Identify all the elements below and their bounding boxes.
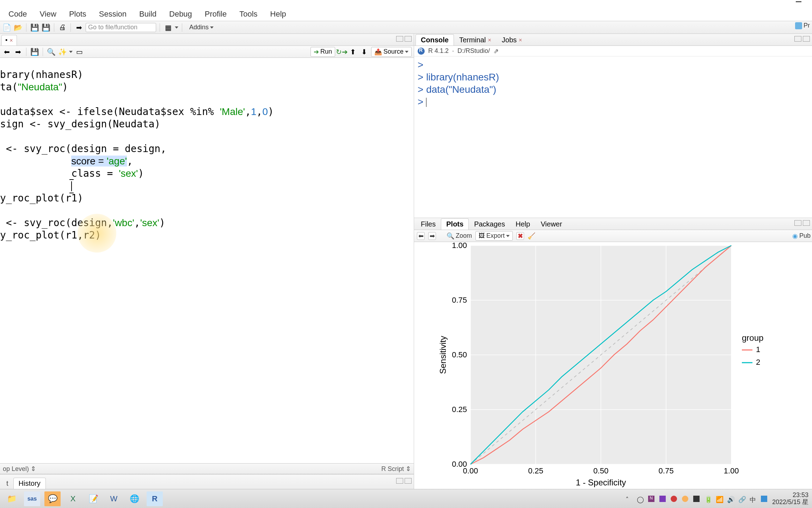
taskbar-rstudio-icon[interactable]: R: [147, 491, 163, 506]
menu-debug[interactable]: Debug: [163, 10, 198, 19]
goto-arrow-icon[interactable]: ➡: [74, 23, 84, 32]
tray-app4-icon[interactable]: [693, 496, 700, 502]
menu-plots[interactable]: Plots: [63, 10, 93, 19]
tray-notification-icon[interactable]: [761, 496, 767, 502]
save-icon[interactable]: 💾: [30, 47, 39, 56]
tray-up-icon[interactable]: ˄: [626, 496, 632, 502]
menu-session[interactable]: Session: [93, 10, 133, 19]
plot-prev-icon[interactable]: ⬅: [417, 232, 425, 240]
taskbar-wechat-icon[interactable]: 💬: [44, 491, 61, 506]
console-output[interactable]: > > library(nhanesR) > data("Neudata") >: [414, 56, 812, 218]
tray-wifi-icon[interactable]: 📶: [716, 496, 722, 502]
tab-files[interactable]: Files: [416, 218, 441, 230]
report-icon[interactable]: ▭: [75, 47, 84, 56]
open-file-icon[interactable]: 📂: [13, 23, 23, 32]
tab-jobs[interactable]: Jobs×: [497, 34, 528, 46]
chevron-down-icon[interactable]: [175, 26, 178, 29]
menu-code[interactable]: Code: [2, 10, 33, 19]
date: 2022/5/15 星: [772, 499, 808, 506]
close-icon[interactable]: ×: [10, 37, 13, 44]
publish-button[interactable]: ◉ Pub: [792, 232, 811, 240]
print-icon[interactable]: 🖨: [58, 23, 67, 32]
tab-plots[interactable]: Plots: [441, 218, 469, 230]
remove-plot-icon[interactable]: ✖: [516, 232, 524, 240]
taskbar-notepad-icon[interactable]: 📝: [85, 491, 102, 506]
popout-icon[interactable]: ⇗: [493, 47, 499, 55]
down-icon[interactable]: ⬇: [360, 47, 369, 56]
grid-icon[interactable]: ▦: [164, 23, 173, 32]
back-icon[interactable]: ⬅: [2, 47, 11, 56]
source-tab[interactable]: • ×: [1, 35, 17, 46]
clear-plots-icon[interactable]: 🧹: [528, 232, 535, 240]
minimize-pane-icon[interactable]: [794, 220, 801, 226]
source-button[interactable]: 📤 Source: [371, 47, 412, 57]
zoom-button[interactable]: 🔍 Zoom: [447, 232, 472, 240]
export-icon: 🖼: [479, 232, 485, 240]
filetype-label[interactable]: R Script ⇕: [381, 465, 411, 473]
tab-console[interactable]: Console: [416, 34, 454, 46]
tab-history[interactable]: History: [13, 478, 46, 489]
svg-text:0.00: 0.00: [452, 460, 467, 468]
taskbar-sas-icon[interactable]: sas: [24, 491, 40, 506]
tray-ime-icon[interactable]: 中: [750, 496, 756, 502]
wand-icon[interactable]: ✨: [58, 47, 67, 56]
tray-link-icon[interactable]: 🔗: [738, 496, 745, 502]
window-minimize-icon[interactable]: [796, 1, 801, 2]
close-icon[interactable]: ×: [519, 37, 522, 43]
menu-build[interactable]: Build: [133, 10, 163, 19]
updown-icon: ⇕: [31, 465, 36, 472]
forward-icon[interactable]: ➡: [13, 47, 23, 56]
menu-help[interactable]: Help: [264, 10, 293, 19]
separator: [43, 48, 43, 56]
goto-file-input[interactable]: Go to file/function: [86, 23, 156, 32]
main-toolbar: 📄 📂 💾 💾 🖨 ➡ Go to file/function ▦ Addins: [0, 21, 812, 34]
plot-area: 0.000.250.500.751.000.000.250.500.751.00…: [414, 242, 812, 489]
save-all-icon[interactable]: 💾: [41, 23, 50, 32]
tray-circle-icon[interactable]: ◯: [637, 496, 643, 502]
r-version: R 4.1.2: [428, 47, 449, 55]
save-icon[interactable]: 💾: [30, 23, 39, 32]
working-dir[interactable]: D:/RStudio/: [457, 47, 490, 55]
tab-help[interactable]: Help: [510, 218, 535, 230]
minimize-pane-icon[interactable]: [794, 36, 801, 42]
tray-volume-icon[interactable]: 🔊: [727, 496, 733, 502]
tray-app1-icon[interactable]: [659, 496, 666, 502]
up-icon[interactable]: ⬆: [349, 47, 358, 56]
tab-viewer[interactable]: Viewer: [535, 218, 567, 230]
rerun-icon[interactable]: ↻➔: [337, 47, 346, 56]
menu-profile[interactable]: Profile: [198, 10, 233, 19]
svg-text:0.50: 0.50: [593, 466, 609, 475]
menu-tools[interactable]: Tools: [233, 10, 264, 19]
minimize-pane-icon[interactable]: [396, 36, 403, 42]
export-button[interactable]: 🖼 Export: [475, 231, 513, 241]
scope-label[interactable]: op Level) ⇕: [3, 465, 36, 473]
maximize-pane-icon[interactable]: [803, 220, 810, 226]
tab-terminal[interactable]: Terminal×: [454, 34, 497, 46]
close-icon[interactable]: ×: [488, 37, 491, 43]
tray-app3-icon[interactable]: [682, 496, 688, 502]
taskbar-clock[interactable]: 23:53 2022/5/15 星: [772, 492, 808, 506]
addins-menu[interactable]: Addins: [186, 24, 217, 31]
code-editor[interactable]: brary(nhanesR) ta("Neudata") udata$sex <…: [0, 58, 414, 463]
tab-unknown[interactable]: t: [1, 478, 13, 489]
tray-app2-icon[interactable]: [671, 496, 677, 502]
plot-next-icon[interactable]: ➡: [428, 232, 436, 240]
chevron-down-icon[interactable]: [69, 51, 73, 53]
new-file-icon[interactable]: 📄: [2, 23, 11, 32]
maximize-pane-icon[interactable]: [405, 478, 412, 484]
taskbar-chrome-icon[interactable]: 🌐: [126, 491, 142, 506]
taskbar-word-icon[interactable]: W: [106, 491, 122, 506]
run-button[interactable]: ➔ Run: [310, 47, 335, 57]
maximize-pane-icon[interactable]: [803, 36, 810, 42]
taskbar-excel-icon[interactable]: X: [65, 491, 81, 506]
tray-battery-icon[interactable]: 🔋: [705, 496, 711, 502]
find-icon[interactable]: 🔍: [47, 47, 56, 56]
taskbar-file-explorer-icon[interactable]: 📁: [4, 491, 20, 506]
maximize-pane-icon[interactable]: [405, 36, 412, 42]
project-menu[interactable]: Pr: [793, 22, 812, 29]
minimize-pane-icon[interactable]: [396, 478, 403, 484]
menu-view[interactable]: View: [33, 10, 63, 19]
separator: [160, 23, 160, 32]
tab-packages[interactable]: Packages: [469, 218, 510, 230]
tray-onenote-icon[interactable]: N: [648, 496, 654, 502]
